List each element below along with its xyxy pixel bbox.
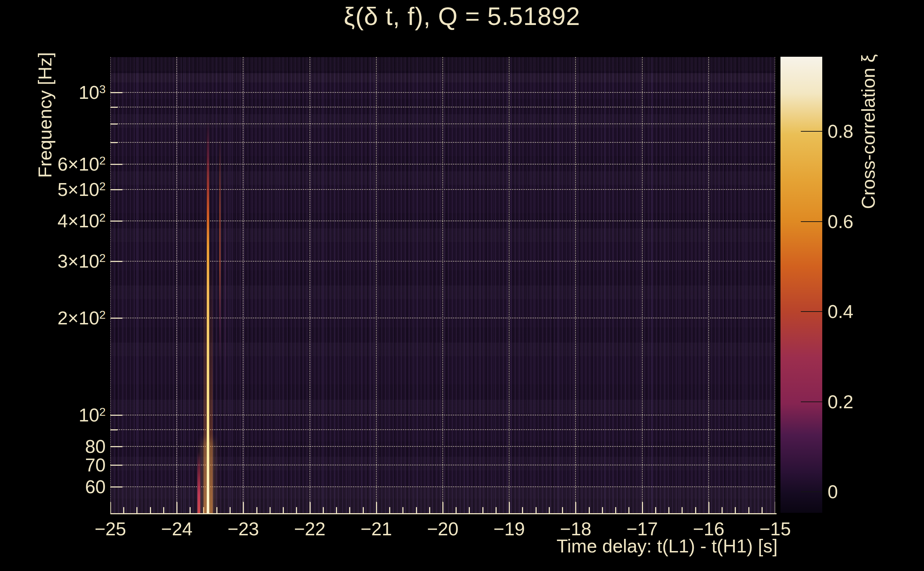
y-tick-label: 2×102 xyxy=(57,307,106,329)
x-gridline xyxy=(642,57,643,514)
y-tick-label-exponent: 2 xyxy=(99,406,106,418)
y-tick-label-base: 10 xyxy=(79,405,99,425)
x-gridline xyxy=(509,57,510,514)
y-tick xyxy=(110,429,117,431)
x-gridline xyxy=(575,57,576,514)
x-tick-label: −24 xyxy=(161,518,192,540)
y-tick-label-exponent: 2 xyxy=(99,252,106,264)
y-tick-label: 60 xyxy=(85,476,106,497)
left-satellite-streak xyxy=(198,451,200,513)
x-tick-label: −17 xyxy=(626,518,658,540)
y-tick-label-exponent: 3 xyxy=(99,83,106,96)
x-gridline xyxy=(176,57,177,514)
y-tick xyxy=(110,446,122,447)
x-gridline xyxy=(376,57,377,514)
x-tick-label: −15 xyxy=(759,518,791,540)
y-tick-label-exponent: 2 xyxy=(99,211,106,224)
x-tick-label: −19 xyxy=(493,518,525,540)
y-tick-label: 4×102 xyxy=(57,210,106,231)
y-tick-label: 70 xyxy=(85,454,106,476)
colorbar-tick-label: 0.8 xyxy=(828,120,853,142)
y-tick-label-exponent: 2 xyxy=(99,180,106,193)
colorbar-tick-label: 0.6 xyxy=(828,211,853,232)
colorbar-tick xyxy=(801,401,822,402)
y-tick-label-base: 60 xyxy=(85,477,106,497)
x-tick-label: −16 xyxy=(693,518,725,540)
figure-canvas: ξ(δ t, f), Q = 5.51892 Frequency [Hz] Ti… xyxy=(0,0,924,571)
colorbar-tick xyxy=(801,221,822,222)
plot-title: ξ(δ t, f), Q = 5.51892 xyxy=(0,2,924,31)
y-tick-label: 6×102 xyxy=(57,153,106,175)
y-tick-label-base: 70 xyxy=(85,455,106,475)
x-gridline xyxy=(708,57,709,514)
y-tick-label: 102 xyxy=(79,404,106,426)
x-tick-label: −20 xyxy=(427,518,459,540)
secondary-ridge xyxy=(219,137,221,367)
colorbar-tick xyxy=(801,131,822,132)
y-tick-label-base: 4×10 xyxy=(57,211,99,231)
y-tick-label-base: 10 xyxy=(79,82,99,103)
x-gridline xyxy=(243,57,244,514)
y-tick xyxy=(110,465,122,466)
y-tick xyxy=(110,415,122,416)
y-tick-label: 5×102 xyxy=(57,179,106,200)
y-tick-label-exponent: 2 xyxy=(99,154,106,167)
y-axis-title: Frequency [Hz] xyxy=(34,52,56,178)
x-tick-label: −18 xyxy=(560,518,591,540)
x-gridline xyxy=(110,57,111,514)
y-tick xyxy=(110,261,122,262)
y-tick xyxy=(110,189,122,190)
y-tick xyxy=(110,92,122,93)
primary-ridge xyxy=(207,121,209,514)
y-tick-label-base: 3×10 xyxy=(57,251,99,272)
y-tick xyxy=(110,318,122,319)
y-tick-label-exponent: 2 xyxy=(99,308,106,321)
y-tick-label-base: 6×10 xyxy=(57,154,99,174)
colorbar-tick xyxy=(801,491,822,492)
x-axis-line xyxy=(110,513,777,514)
colorbar xyxy=(780,57,822,513)
colorbar-tick xyxy=(801,311,822,312)
y-tick xyxy=(110,142,117,143)
y-tick-label: 103 xyxy=(79,82,106,103)
right-faint-streak xyxy=(225,153,226,446)
y-tick xyxy=(110,164,122,165)
x-tick-label: −22 xyxy=(294,518,325,540)
y-tick-label-base: 80 xyxy=(85,436,106,457)
colorbar-tick-label: 0.4 xyxy=(828,301,853,322)
x-gridline xyxy=(442,57,443,514)
x-tick-label: −23 xyxy=(227,518,259,540)
x-tick-label: −25 xyxy=(94,518,126,540)
y-tick-label-base: 5×10 xyxy=(57,179,99,200)
colorbar-title: Cross-correlation ξ xyxy=(858,54,879,209)
y-tick-label-base: 2×10 xyxy=(57,308,99,328)
y-tick xyxy=(110,221,122,222)
colorbar-tick-label: 0 xyxy=(828,481,838,503)
x-gridline xyxy=(775,57,775,514)
y-tick-label: 3×102 xyxy=(57,250,106,272)
y-tick xyxy=(110,107,117,108)
x-gridline xyxy=(309,57,310,514)
colorbar-tick-label: 0.2 xyxy=(828,391,853,412)
y-tick-label: 80 xyxy=(85,436,106,457)
heatmap-plot-area xyxy=(110,57,775,514)
x-tick-label: −21 xyxy=(361,518,392,540)
y-tick xyxy=(110,123,117,125)
